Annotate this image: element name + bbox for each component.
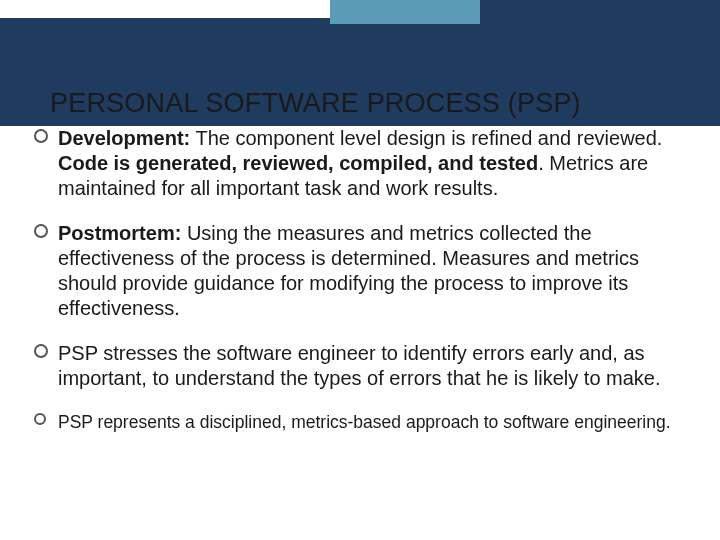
bullet-item: PSP stresses the software engineer to id… xyxy=(34,341,694,391)
bullet-item: Development: The component level design … xyxy=(34,126,694,201)
stripe-segment-white xyxy=(0,0,330,24)
bullet-lead: Development: xyxy=(58,127,190,149)
top-accent-stripe xyxy=(0,0,720,24)
bullet-text-bold: Code is generated, reviewed, compiled, a… xyxy=(58,152,538,174)
circle-bullet-icon xyxy=(34,413,46,425)
bullet-text-pre: PSP represents a disciplined, metrics-ba… xyxy=(58,412,671,432)
bullet-item: PSP represents a disciplined, metrics-ba… xyxy=(34,411,694,433)
bullet-item: Postmortem: Using the measures and metri… xyxy=(34,221,694,321)
slide-title: PERSONAL SOFTWARE PROCESS (PSP) xyxy=(50,88,581,119)
stripe-segment-teal xyxy=(330,0,480,24)
bullet-text-pre: PSP stresses the software engineer to id… xyxy=(58,342,661,389)
bullet-text-pre: The component level design is refined an… xyxy=(190,127,662,149)
bullet-lead: Postmortem: xyxy=(58,222,181,244)
stripe-segment-navy xyxy=(480,0,720,24)
circle-bullet-icon xyxy=(34,129,48,143)
circle-bullet-icon xyxy=(34,224,48,238)
circle-bullet-icon xyxy=(34,344,48,358)
slide-body: Development: The component level design … xyxy=(34,126,694,453)
